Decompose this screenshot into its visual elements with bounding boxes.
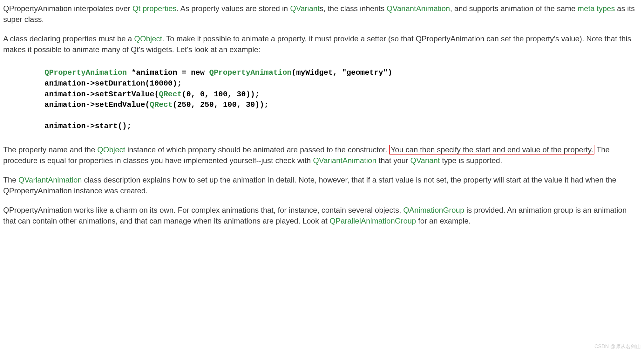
code-class: QPropertyAnimation — [209, 68, 292, 77]
text: The — [3, 176, 18, 184]
paragraph-1: QPropertyAnimation interpolates over Qt … — [3, 3, 641, 24]
text: type is supported. — [440, 156, 502, 165]
link-qparallelanimationgroup[interactable]: QParallelAnimationGroup — [329, 217, 416, 225]
code-example: QPropertyAnimation *animation = new QPro… — [44, 67, 641, 132]
link-qanimationgroup[interactable]: QAnimationGroup — [403, 206, 464, 214]
code-text: (250, 250, 100, 30)); — [173, 100, 268, 109]
paragraph-4: The QVariantAnimation class description … — [3, 175, 641, 196]
code-class: QPropertyAnimation — [44, 68, 127, 77]
link-qvariantanimation[interactable]: QVariantAnimation — [18, 176, 82, 184]
link-qvariantanimation[interactable]: QVariantAnimation — [387, 4, 450, 13]
text: for an example. — [416, 217, 471, 225]
paragraph-3: The property name and the QObject instan… — [3, 144, 641, 166]
link-qvariantanimation[interactable]: QVariantAnimation — [313, 156, 376, 165]
link-qobject[interactable]: QObject — [97, 145, 125, 154]
code-text: *animation = new — [127, 68, 209, 77]
highlighted-text: You can then specify the start and end v… — [389, 145, 594, 155]
link-meta-types[interactable]: meta types — [578, 4, 615, 13]
text: instance of which property should be ani… — [125, 145, 389, 154]
text: QPropertyAnimation interpolates over — [3, 4, 132, 13]
code-text: (0, 0, 100, 30)); — [182, 90, 260, 99]
code-text: animation->setDuration(10000); — [44, 79, 182, 88]
text: The property name and the — [3, 145, 97, 154]
code-text: animation->setStartValue( — [44, 90, 159, 99]
link-qobject[interactable]: QObject — [134, 34, 162, 43]
text: A class declaring properties must be a — [3, 34, 134, 43]
text: that your — [376, 156, 410, 165]
code-class: QRect — [159, 90, 182, 99]
text: . As property values are stored in — [177, 4, 290, 13]
text: s, the class inherits — [320, 4, 387, 13]
code-text: animation->start(); — [44, 122, 132, 130]
text: QPropertyAnimation works like a charm on… — [3, 206, 403, 214]
paragraph-5: QPropertyAnimation works like a charm on… — [3, 205, 641, 226]
paragraph-2: A class declaring properties must be a Q… — [3, 33, 641, 55]
code-class: QRect — [150, 100, 173, 109]
code-text: animation->setEndValue( — [44, 100, 150, 109]
code-text: (myWidget, "geometry") — [292, 68, 392, 77]
text: , and supports animation of the same — [450, 4, 578, 13]
text: class description explains how to set up… — [3, 176, 616, 195]
link-qt-properties[interactable]: Qt properties — [132, 4, 177, 13]
link-qvariant[interactable]: QVariant — [410, 156, 440, 165]
link-qvariant[interactable]: QVariant — [290, 4, 320, 13]
